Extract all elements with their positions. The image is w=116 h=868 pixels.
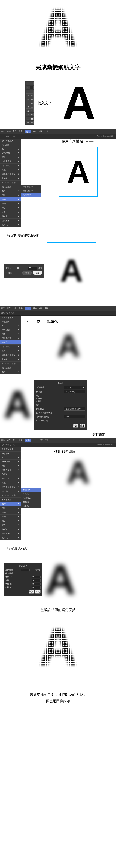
tool-symbol[interactable]: ⊕ bbox=[30, 113, 34, 116]
mi-apply-2[interactable]: 套用彩色網屏 bbox=[0, 315, 21, 320]
menu-object-2[interactable]: 物件 bbox=[7, 307, 10, 310]
cancel-button[interactable]: 取消 bbox=[22, 271, 32, 275]
mi-mezzotint[interactable]: 網線銅版… bbox=[21, 496, 40, 500]
mi-pixel-3[interactable]: 像素 bbox=[0, 502, 21, 506]
mi-radial-blur[interactable]: 放射狀模糊… bbox=[21, 185, 40, 189]
mi-color-halftone[interactable]: 彩色網屏… bbox=[21, 488, 40, 492]
mi-3d-2[interactable]: 3D bbox=[0, 324, 21, 328]
mi-path-3[interactable]: 路徑 bbox=[0, 481, 21, 485]
tool-rotate[interactable]: ↻ bbox=[30, 93, 34, 97]
tool-stroke[interactable]: ⬜ bbox=[30, 117, 34, 120]
tool-direct[interactable]: ✦ bbox=[30, 82, 34, 85]
blur-submenu[interactable]: 放射狀模糊… 智慧型模糊… 高斯模糊… bbox=[21, 185, 40, 197]
menu-select-3[interactable]: 選取 bbox=[19, 439, 23, 442]
add-input[interactable] bbox=[64, 415, 85, 418]
mi-artistic-3[interactable]: 藝術風 bbox=[0, 527, 21, 531]
mi-svg-3[interactable]: SVG 濾鏡 bbox=[0, 460, 21, 464]
mi-3d[interactable]: 3D bbox=[0, 147, 21, 151]
menu-object[interactable]: 物件 bbox=[7, 130, 10, 133]
menu-view-2[interactable]: 檢視 bbox=[33, 307, 37, 310]
tool-scissors[interactable]: ✂ bbox=[26, 101, 30, 105]
mi-stylize-2[interactable]: 風格化 bbox=[0, 357, 21, 362]
menu-window-3[interactable]: 視窗 bbox=[39, 439, 43, 442]
mi-gallery[interactable]: 效果收藏館 bbox=[0, 185, 21, 189]
mi-svg-2[interactable]: SVG 濾鏡 bbox=[0, 328, 21, 332]
mi-convert-3[interactable]: 轉換為以下形狀 bbox=[0, 485, 21, 489]
menu-window[interactable]: 視窗 bbox=[39, 130, 43, 133]
menu-type[interactable]: 文字 bbox=[13, 130, 17, 133]
mi-distort[interactable]: 扭曲與變形 bbox=[0, 159, 21, 163]
menu-help-2[interactable]: 說明 bbox=[45, 307, 49, 310]
tool-move[interactable]: ✥ bbox=[30, 109, 34, 113]
mi-brush[interactable]: 筆觸 bbox=[0, 202, 21, 206]
mi-smart-blur[interactable]: 智慧型模糊… bbox=[21, 189, 40, 193]
ch2-input[interactable] bbox=[32, 579, 40, 582]
tool-selection[interactable]: ▸ bbox=[26, 82, 30, 85]
mi-blur[interactable]: 模糊 bbox=[0, 197, 21, 202]
bg-trans[interactable]: ● 透明 bbox=[36, 400, 85, 402]
tool-line[interactable]: / bbox=[26, 90, 30, 93]
mi-last-3[interactable]: 彩色網屏 bbox=[0, 452, 21, 456]
mi-sketch-3[interactable]: 素描 bbox=[0, 519, 21, 523]
effect-menu-2[interactable]: 套用彩色網屏 彩色網屏 3D SVG 濾鏡 彎曲 扭曲與變形 點陣化 裁切標記 … bbox=[0, 315, 21, 374]
mi-warp[interactable]: 彎曲 bbox=[0, 155, 21, 159]
menubar[interactable]: 編輯 物件 文字 選取 效果 檢視 視窗 說明 bbox=[0, 129, 116, 134]
mi-warp-2[interactable]: 彎曲 bbox=[0, 332, 21, 336]
mi-warp-3[interactable]: 彎曲 bbox=[0, 464, 21, 468]
menu-help-3[interactable]: 說明 bbox=[45, 439, 49, 442]
tool-mesh[interactable]: ▦ bbox=[30, 97, 34, 101]
menu-effect-3[interactable]: 效果 bbox=[25, 439, 31, 442]
mi-path-2[interactable]: 路徑 bbox=[0, 349, 21, 353]
menubar-3[interactable]: 編輯 物件 文字 選取 效果 檢視 視窗 說明 bbox=[0, 438, 116, 443]
tool-grid[interactable]: ⊞ bbox=[26, 97, 30, 101]
tool-rect[interactable]: ▭ bbox=[30, 105, 34, 108]
ch3-input[interactable] bbox=[32, 583, 40, 585]
mi-distort2-3[interactable]: 扭曲 bbox=[0, 506, 21, 510]
raster-ok[interactable]: 確定 bbox=[80, 424, 85, 428]
tool-pencil[interactable]: ✎ bbox=[26, 93, 30, 97]
menu-view[interactable]: 檢視 bbox=[33, 130, 37, 133]
mi-3d-3[interactable]: 3D bbox=[0, 456, 21, 460]
ai-toolbar[interactable]: ▸ ✦ ⬚ T / ◯ ✎ ↻ ⊞ ▦ ✂ ◐ ⟲ ▭ ◢ ✥ ◉ ⊕ ⬛ ⬜ … bbox=[25, 81, 34, 125]
mi-texture[interactable]: 紋理 bbox=[0, 210, 21, 214]
mi-blur-3[interactable]: 模糊 bbox=[0, 510, 21, 515]
tool-shape[interactable]: ◢ bbox=[26, 109, 30, 113]
ht-cancel[interactable]: 取消 bbox=[29, 590, 34, 593]
menu-effect[interactable]: 效果 bbox=[25, 130, 31, 133]
mi-brush-3[interactable]: 筆觸 bbox=[0, 515, 21, 519]
color-model-select[interactable]: CMYK bbox=[64, 386, 85, 389]
mask-check[interactable]: ☐ 製作剪裁遮色片 bbox=[36, 412, 85, 414]
mi-gauss-blur[interactable]: 高斯模糊… bbox=[21, 193, 40, 197]
mi-convert-2[interactable]: 轉換為以下形狀 bbox=[0, 353, 21, 357]
mi-gallery-2[interactable]: 效果收藏館 bbox=[0, 366, 21, 370]
menu-view-3[interactable]: 檢視 bbox=[33, 439, 37, 442]
res-select[interactable]: 高 (300 ppi) bbox=[64, 390, 85, 394]
max-input[interactable] bbox=[21, 568, 30, 571]
ok-button[interactable]: 確定 bbox=[33, 271, 42, 275]
tool-ellipse[interactable]: ◯ bbox=[30, 90, 34, 93]
mi-crystallize[interactable]: 結晶化… bbox=[21, 492, 40, 496]
mi-distort-3[interactable]: 扭曲與變形 bbox=[0, 468, 21, 472]
menu-type-3[interactable]: 文字 bbox=[13, 439, 17, 442]
mi-mosaic[interactable]: 馬賽克… bbox=[21, 504, 40, 508]
tool-blend[interactable]: ◉ bbox=[26, 113, 30, 116]
bg-white[interactable]: ○ 白色 bbox=[36, 397, 85, 400]
mi-pixel[interactable]: 像素 bbox=[0, 189, 21, 193]
mi-stylize-3[interactable]: 風格化 bbox=[0, 489, 21, 493]
menu-help[interactable]: 說明 bbox=[45, 130, 49, 133]
menu-edit[interactable]: 編輯 bbox=[1, 130, 5, 133]
radius-input[interactable] bbox=[28, 267, 37, 270]
menu-edit-3[interactable]: 編輯 bbox=[1, 439, 5, 442]
mi-stylize[interactable]: 風格化 bbox=[0, 176, 21, 181]
menu-select-2[interactable]: 選取 bbox=[19, 307, 23, 310]
tool-fill[interactable]: ⬛ bbox=[26, 117, 30, 120]
menu-type-2[interactable]: 文字 bbox=[13, 307, 17, 310]
mi-distort2[interactable]: 扭曲 bbox=[0, 193, 21, 197]
mi-path[interactable]: 路徑 bbox=[0, 168, 21, 172]
mi-last[interactable]: 彩色網屏 bbox=[0, 143, 21, 147]
mi-svg[interactable]: SVG 濾鏡 bbox=[0, 151, 21, 155]
mi-rasterize-3[interactable]: 點陣化 bbox=[0, 472, 21, 476]
mi-crop[interactable]: 裁切標記 bbox=[0, 163, 21, 168]
mi-stylize2[interactable]: 風格化 bbox=[0, 223, 21, 227]
menubar-2[interactable]: 編輯 物件 文字 選取 效果 檢視 視窗 說明 bbox=[0, 306, 116, 311]
